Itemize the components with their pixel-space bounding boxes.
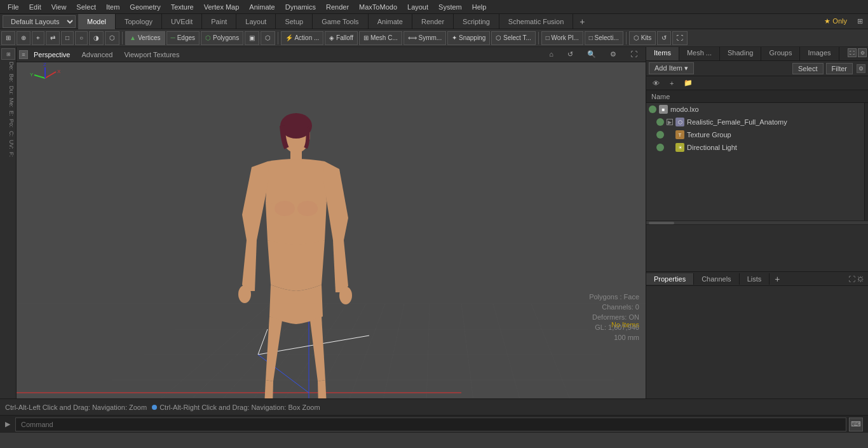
vp-advanced[interactable]: Advanced [76,49,118,60]
items-eye-col[interactable]: 👁 [649,78,663,88]
layout-tab-gametools[interactable]: Game Tools [313,14,369,29]
tab-channels[interactable]: Channels [694,273,739,285]
tool-mesh[interactable]: ▣ [245,31,259,45]
svg-point-30 [238,285,251,303]
panel-expand-btn[interactable]: ⛶ [848,48,857,57]
items-select-btn[interactable]: Select [792,63,824,74]
tool-polygons[interactable]: ⬡ Polygons [201,31,243,45]
menu-geometry[interactable]: Geometry [125,2,165,12]
panel-settings-btn[interactable]: ⚙ [858,48,867,57]
tool-select-t[interactable]: ⬡ Select T... [491,31,536,45]
viewport-menu-btn[interactable]: ≡ [19,50,28,59]
tool-work-pl[interactable]: □ Work Pl... [541,31,583,45]
items-add-btn[interactable]: + [666,78,677,88]
props-expand[interactable]: ⛶ ⚙ [844,274,868,284]
left-tool-1[interactable]: ⊞ [1,48,15,60]
menu-animate[interactable]: Animate [244,2,280,12]
tool-symm[interactable]: ⟺ Symm... [403,31,446,45]
menu-view[interactable]: View [46,2,72,12]
tool-action[interactable]: ⚡ Action ... [281,31,323,45]
layout-tab-plus[interactable]: + [573,15,591,29]
item-type-icon: ■ [659,105,668,114]
vp-home[interactable]: ⌂ [543,48,559,60]
layout-tab-topology[interactable]: Topology [116,14,162,29]
menu-item[interactable]: Item [101,2,125,12]
separator-2 [278,32,278,44]
items-scrollbar[interactable] [864,103,868,221]
viewport-3d[interactable]: X Y Z No Items Polygons : Face Channels:… [17,62,646,398]
tool-mode-3[interactable]: ⌖ [32,31,44,45]
tool-select-rect[interactable]: □ [61,31,74,45]
items-filter-btn[interactable]: Filter [826,63,853,74]
command-keyboard-btn[interactable]: ⌨ [849,417,863,431]
tool-edges[interactable]: ─ Edges [166,31,200,45]
tab-plus[interactable]: + [770,272,785,286]
tab-groups[interactable]: Groups [761,47,800,60]
tool-refresh[interactable]: ↺ [657,31,671,45]
vp-rotate[interactable]: ↺ [562,48,579,60]
name-column-header: Name [651,93,670,100]
tool-poly2[interactable]: ⬡ [261,31,275,45]
items-settings[interactable]: ⚙ [857,64,865,73]
tab-shading[interactable]: Shading [720,47,761,60]
menu-system[interactable]: System [433,2,467,12]
layout-tab-model[interactable]: Model [78,14,116,29]
tool-mesh-c[interactable]: ⊞ Mesh C... [359,31,402,45]
vp-settings[interactable]: ⚙ [604,48,622,60]
tab-properties[interactable]: Properties [646,273,694,285]
item-female-anatomy[interactable]: ▶ ⬡ Realistic_Female_Full_Anatomy [654,116,864,128]
vp-expand[interactable]: ⛶ [625,48,643,60]
human-figure [207,113,385,398]
layout-tab-paint[interactable]: Paint [202,14,236,29]
layout-tab-setup[interactable]: Setup [276,14,313,29]
tool-transform[interactable]: ⇄ [46,31,60,45]
tool-vertices[interactable]: ▲ Vertices [125,31,165,45]
menu-render[interactable]: Render [321,2,354,12]
layout-tab-uvedit[interactable]: UVEdit [162,14,202,29]
tool-mode-1[interactable]: ⊞ [1,31,15,45]
menu-edit[interactable]: Edit [24,2,46,12]
tab-images[interactable]: Images [800,47,839,60]
tab-mesh[interactable]: Mesh ... [679,47,720,60]
layout-tab-scripting[interactable]: Scripting [454,14,499,29]
layout-tab-layout[interactable]: Layout [236,14,276,29]
menu-texture[interactable]: Texture [166,2,199,12]
viewport-bar: ≡ Perspective Advanced Viewport Textures… [17,47,646,62]
separator-1 [122,32,123,44]
vp-perspective[interactable]: Perspective [28,49,76,60]
tab-lists[interactable]: Lists [740,273,770,285]
tool-snapping[interactable]: ✦ Snapping [447,31,490,45]
item-name-modo: modo.lxo [670,105,699,113]
tool-kits[interactable]: ⬡ Kits [629,31,656,45]
layout-tab-schematic[interactable]: Schematic Fusion [499,14,573,29]
tool-select-poly[interactable]: ⬡ [105,31,119,45]
item-modo-lxo[interactable]: ■ modo.lxo [646,103,864,116]
menu-maxtomodo[interactable]: MaxToModo [354,2,402,12]
item-dir-light[interactable]: ☀ Directional Light [654,141,864,154]
item-texture-group[interactable]: T Texture Group [654,128,864,141]
menu-help[interactable]: Help [467,2,492,12]
tool-selecti[interactable]: □ Selecti... [585,31,623,45]
tool-select-lasso[interactable]: ○ [75,31,88,45]
tool-mode-2[interactable]: ⊕ [17,31,31,45]
menu-file[interactable]: File [3,2,24,12]
menu-layout[interactable]: Layout [402,2,433,12]
add-item-btn[interactable]: Add Item ▾ [649,62,694,74]
item-expand-btn[interactable]: ▶ [667,119,673,125]
vp-textures[interactable]: Viewport Textures [118,49,185,60]
tool-falloff[interactable]: ◈ Falloff [325,31,358,45]
tool-fullscreen[interactable]: ⛶ [672,31,688,45]
tool-select-paint[interactable]: ◑ [89,31,104,45]
menu-dynamics[interactable]: Dynamics [280,2,321,12]
layout-tab-render[interactable]: Render [412,14,454,29]
tab-items[interactable]: Items [646,47,679,60]
layout-dropdown[interactable]: Default Layouts [3,15,76,28]
items-folder-btn[interactable]: 📁 [680,78,696,88]
menu-vertex-map[interactable]: Vertex Map [199,2,245,12]
vp-zoom[interactable]: 🔍 [581,48,602,60]
menu-select[interactable]: Select [71,2,101,12]
layout-tab-animate[interactable]: Animate [369,14,412,29]
layout-options[interactable]: ⊞ [852,16,868,27]
axis-gizmo: X Y Z [29,62,61,94]
command-input[interactable] [15,417,846,431]
